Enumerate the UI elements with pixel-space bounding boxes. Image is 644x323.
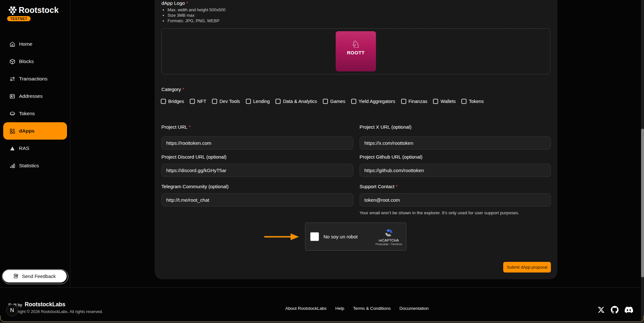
sidebar-item-statistics[interactable]: Statistics [3, 157, 67, 174]
project-x-url-input[interactable] [360, 136, 551, 150]
telegram-community-label: Telegram Community (optional) [161, 184, 353, 189]
footer-social-icons [598, 306, 633, 314]
submit-dapp-proposal-button[interactable]: Submit dApp proposal [503, 262, 551, 272]
support-contact-label: Support Contact* [360, 184, 551, 189]
footer-link-terms[interactable]: Terms & Conditions [353, 306, 391, 311]
footer-links: About RootstockLabs Help Terms & Conditi… [285, 306, 429, 311]
recaptcha-brand: reCAPTCHA [379, 238, 399, 242]
project-url-label: Project URL* [161, 124, 353, 130]
recaptcha-label: No soy un robot [323, 234, 358, 239]
x-twitter-icon[interactable] [598, 306, 605, 313]
category-checkbox-tokens[interactable]: Tokens [461, 99, 484, 104]
dapps-grid-icon [9, 128, 15, 134]
recaptcha-privacy-links[interactable]: Privacidad - Términos [375, 243, 402, 246]
coin-icon [9, 111, 15, 117]
overlay-n-badge[interactable]: N [6, 304, 18, 316]
triangle-icon [9, 145, 15, 152]
category-options: Bridges NFT Dev Tools Lending Data & Ana… [161, 99, 484, 104]
recaptcha-brand-block: reCAPTCHA Privacidad - Términos [375, 228, 402, 246]
checkbox[interactable] [461, 99, 466, 104]
support-contact-note: Your email won't be shown in the explore… [360, 210, 519, 215]
feedback-pencil-icon [13, 273, 19, 279]
rootstock-logo-icon [8, 6, 17, 15]
category-checkbox-nft[interactable]: NFT [190, 99, 206, 104]
bar-chart-icon [9, 163, 15, 169]
category-checkbox-games[interactable]: Games [323, 99, 345, 104]
sidebar-item-tokens[interactable]: Tokens [3, 105, 67, 122]
swap-arrows-icon [9, 76, 15, 82]
send-feedback-button[interactable]: Send Feedback [3, 270, 67, 282]
category-checkbox-data-analytics[interactable]: Data & Analytics [275, 99, 317, 104]
brand-name: Rootstock [19, 5, 59, 15]
checkbox[interactable] [323, 99, 328, 104]
annotation-arrow [264, 232, 301, 242]
id-card-icon [9, 93, 15, 99]
footer-link-help[interactable]: Help [335, 306, 344, 311]
logo-dropzone[interactable]: ♘ ROOTT [161, 28, 550, 74]
checkbox[interactable] [433, 99, 438, 104]
category-checkbox-wallets[interactable]: Wallets [433, 99, 456, 104]
sidebar-item-addresses[interactable]: Addresses [3, 88, 67, 105]
category-label: Category* [161, 87, 184, 92]
checkbox[interactable] [351, 99, 356, 104]
knight-icon: ♘ [351, 39, 360, 49]
logo-rules: Max. width and height 500x500 Size 3MB m… [168, 7, 226, 23]
logo-rule: Max. width and height 500x500 [168, 7, 226, 13]
footer-link-about[interactable]: About RootstockLabs [285, 306, 327, 311]
sidebar-item-ras[interactable]: RAS [3, 140, 67, 157]
sidebar-item-blocks[interactable]: Blocks [3, 53, 67, 70]
cube-icon [9, 59, 15, 65]
footer-copyright: Copyright © 2026 RootstockLabs. All righ… [8, 309, 103, 314]
discord-icon[interactable] [625, 306, 633, 314]
project-github-url-input[interactable] [360, 164, 551, 177]
support-contact-input[interactable] [360, 193, 551, 207]
sidebar-item-dapps[interactable]: dApps [3, 122, 67, 140]
testnet-badge: TESTNET [7, 16, 31, 21]
project-github-url-label: Project Github URL (optional) [360, 154, 551, 160]
footer-company[interactable]: RootstockLabs [25, 301, 65, 308]
dapp-logo-label: dApp Logo* [161, 0, 188, 6]
rootstock-logo[interactable]: Rootstock [8, 5, 59, 15]
category-checkbox-yield-aggregators[interactable]: Yield Aggregators [351, 99, 395, 104]
category-checkbox-bridges[interactable]: Bridges [161, 99, 184, 104]
category-checkbox-lending[interactable]: Lending [246, 99, 270, 104]
sidebar: Rootstock TESTNET Home Blocks [0, 0, 70, 287]
recaptcha-logo-icon [384, 228, 394, 238]
logo-rule: Size 3MB max [168, 13, 226, 18]
project-discord-url-label: Project Discord URL (optional) [161, 154, 353, 160]
recaptcha-checkbox[interactable] [310, 232, 319, 241]
checkbox[interactable] [401, 99, 406, 104]
window-edge [0, 316, 644, 322]
logo-rule: Formats: JPG, PNG, WEBP [168, 18, 226, 23]
telegram-community-input[interactable] [161, 193, 353, 207]
page: Rootstock TESTNET Home Blocks [0, 0, 644, 323]
project-url-input[interactable] [161, 136, 353, 150]
footer-link-documentation[interactable]: Documentation [399, 306, 429, 311]
category-checkbox-dev-tools[interactable]: Dev Tools [212, 99, 240, 104]
logo-preview: ♘ ROOTT [336, 31, 376, 71]
home-icon [9, 41, 15, 47]
checkbox[interactable] [246, 99, 251, 104]
checkbox[interactable] [161, 99, 166, 104]
checkbox[interactable] [212, 99, 217, 104]
project-x-url-label: Project X URL (optional) [360, 124, 551, 130]
sidebar-nav: Home Blocks Transactions [3, 35, 67, 174]
scrollbar-thumb[interactable] [641, 129, 644, 277]
checkbox[interactable] [190, 99, 195, 104]
checkbox[interactable] [275, 99, 281, 104]
sidebar-item-home[interactable]: Home [3, 35, 67, 53]
project-discord-url-input[interactable] [161, 164, 353, 177]
github-icon[interactable] [611, 306, 619, 314]
category-checkbox-finanzas[interactable]: Finanzas [401, 99, 428, 104]
sidebar-item-transactions[interactable]: Transactions [3, 70, 67, 88]
recaptcha-widget: No soy un robot reCAPTCHA Privacidad - T… [305, 223, 406, 251]
